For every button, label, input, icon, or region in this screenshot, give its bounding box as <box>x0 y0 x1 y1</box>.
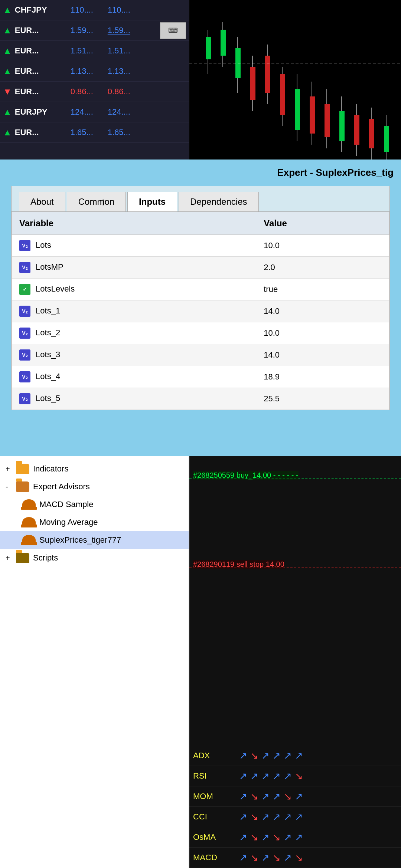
v2-icon: V₂ <box>19 349 30 361</box>
up-arrow-icon: ▲ <box>3 66 12 76</box>
market-ask: 1.51... <box>108 46 145 56</box>
v2-icon: V₂ <box>19 371 30 382</box>
svg-rect-7 <box>250 67 255 100</box>
param-name: V₂ Lots_5 <box>12 388 256 410</box>
ind-label: RSI <box>193 771 238 781</box>
svg-rect-11 <box>280 74 285 115</box>
market-bid: 124.... <box>71 107 108 117</box>
arrow-icon: ↗ <box>284 832 292 843</box>
arrow-icon: ↗ <box>295 791 303 802</box>
col-value: Value <box>256 212 389 235</box>
table-row[interactable]: V₂ Lots_2 10.0 <box>12 322 389 344</box>
bottom-chart: #268250559 buy_14.00 - - - - - - #268290… <box>189 456 401 868</box>
market-symbol: EURJPY <box>15 107 71 117</box>
param-value[interactable]: 2.0 <box>256 257 389 279</box>
market-row[interactable]: ▲ CHFJPY 110.... 110.... <box>0 0 189 20</box>
table-row[interactable]: ✓ LotsLevels true <box>12 279 389 300</box>
table-row[interactable]: V₂ LotsMP 2.0 <box>12 257 389 279</box>
arrow-icon: ↘ <box>295 770 303 782</box>
svg-rect-21 <box>354 115 359 145</box>
param-value[interactable]: 14.0 <box>256 344 389 366</box>
indicator-row-mom: MOM ↗ ↘ ↗ ↗ ↘ ↗ <box>189 786 401 807</box>
up-arrow-icon: ▲ <box>3 5 12 15</box>
arrow-icon: ↗ <box>261 791 270 802</box>
market-row[interactable]: ▲ EUR... 1.51... 1.51... <box>0 41 189 61</box>
tabs-row: About Common | Inputs Dependencies <box>12 186 389 212</box>
svg-rect-17 <box>325 104 330 137</box>
market-bid: 110.... <box>71 5 108 15</box>
nav-label: SuplexPrices_tiger777 <box>39 535 121 545</box>
param-value[interactable]: 10.0 <box>256 235 389 257</box>
market-row[interactable]: ▲ EUR... 1.13... 1.13... <box>0 61 189 82</box>
nav-sub-macd[interactable]: MACD Sample <box>0 496 189 513</box>
param-name: V₂ Lots_2 <box>12 322 256 344</box>
folder-icon <box>16 553 29 563</box>
svg-rect-1 <box>206 37 211 59</box>
nav-item-indicators[interactable]: + Indicators <box>0 460 189 478</box>
dialog-content: About Common | Inputs Dependencies Varia… <box>11 186 390 410</box>
tab-dependencies[interactable]: Dependencies <box>179 192 258 211</box>
svg-rect-3 <box>221 30 226 56</box>
collapse-icon[interactable]: - <box>6 483 13 491</box>
table-row[interactable]: V₂ Lots_4 18.9 <box>12 366 389 388</box>
table-row[interactable]: V₂ Lots_5 25.5 <box>12 388 389 410</box>
arrow-icon: ↗ <box>239 791 247 802</box>
ind-label: OsMA <box>193 832 238 842</box>
expand-icon[interactable]: + <box>6 465 13 473</box>
param-value[interactable]: true <box>256 279 389 300</box>
param-value[interactable]: 14.0 <box>256 300 389 322</box>
table-row[interactable]: V₂ Lots_1 14.0 <box>12 300 389 322</box>
expand-icon[interactable]: + <box>6 554 13 562</box>
market-row[interactable]: ▼ EUR... 0.86... 0.86... <box>0 82 189 102</box>
market-bid: 1.13... <box>71 66 108 76</box>
nav-label: Expert Advisors <box>33 482 90 491</box>
param-value[interactable]: 25.5 <box>256 388 389 410</box>
navigator-panel: + Indicators - Expert Advisors MACD Samp… <box>0 456 189 868</box>
svg-rect-23 <box>369 119 374 148</box>
market-bid: 1.65... <box>71 128 108 137</box>
nav-item-experts[interactable]: - Expert Advisors <box>0 478 189 496</box>
ind-label: CCI <box>193 812 238 822</box>
ea-icon <box>22 499 36 510</box>
arrow-icon: ↗ <box>284 852 292 864</box>
indicator-row-osma: OsMA ↗ ↘ ↗ ↘ ↗ ↗ <box>189 827 401 848</box>
dialog-title: Expert - SuplexPrices_tig <box>277 167 394 178</box>
keyboard-icon: ⌨ <box>168 26 178 34</box>
market-bid: 0.86... <box>71 87 108 96</box>
market-row[interactable]: ▲ EUR... 1.65... 1.65... <box>0 122 189 143</box>
bottom-section: + Indicators - Expert Advisors MACD Samp… <box>0 456 401 868</box>
nav-item-scripts[interactable]: + Scripts <box>0 549 189 567</box>
indicator-row-cci: CCI ↗ ↘ ↗ ↗ ↗ ↗ <box>189 807 401 827</box>
indicator-row-macd: MACD ↗ ↘ ↗ ↘ ↗ ↘ <box>189 848 401 868</box>
arrow-icon: ↗ <box>239 852 247 864</box>
tab-about[interactable]: About <box>19 192 65 211</box>
up-arrow-icon: ▲ <box>3 25 12 36</box>
param-name: V₂ Lots_4 <box>12 366 256 388</box>
nav-sub-ma[interactable]: Moving Average <box>0 513 189 531</box>
param-value[interactable]: 18.9 <box>256 366 389 388</box>
arrow-icon: ↘ <box>295 852 303 864</box>
v2-icon: V₂ <box>19 328 30 339</box>
market-bid: 1.59... <box>71 26 108 35</box>
market-row[interactable]: ▲ EURJPY 124.... 124.... <box>0 102 189 122</box>
folder-icon <box>16 464 29 474</box>
param-name: ✓ LotsLevels <box>12 279 256 300</box>
nav-label: Moving Average <box>39 517 98 527</box>
nav-sub-suplex[interactable]: SuplexPrices_tiger777 <box>0 531 189 549</box>
keyboard-button[interactable]: ⌨ <box>160 22 186 39</box>
tab-common[interactable]: Common | <box>67 192 126 211</box>
market-symbol: EUR... <box>15 87 71 96</box>
tab-inputs[interactable]: Inputs <box>127 192 177 211</box>
market-symbol: EUR... <box>15 46 71 56</box>
param-name: V₂ Lots_1 <box>12 300 256 322</box>
nav-label: MACD Sample <box>39 500 93 509</box>
market-row[interactable]: ▲ EUR... 1.59... 1.59... ⌨ <box>0 20 189 41</box>
table-row[interactable]: V₂ Lots 10.0 <box>12 235 389 257</box>
market-bid: 1.51... <box>71 46 108 56</box>
market-symbol: EUR... <box>15 66 71 76</box>
indicator-row-adx: ADX ↗ ↘ ↗ ↗ ↗ ↗ <box>189 746 401 766</box>
v2-icon: V₂ <box>19 262 30 273</box>
table-row[interactable]: V₂ Lots_3 14.0 <box>12 344 389 366</box>
arrow-icon: ↘ <box>250 832 258 843</box>
param-value[interactable]: 10.0 <box>256 322 389 344</box>
